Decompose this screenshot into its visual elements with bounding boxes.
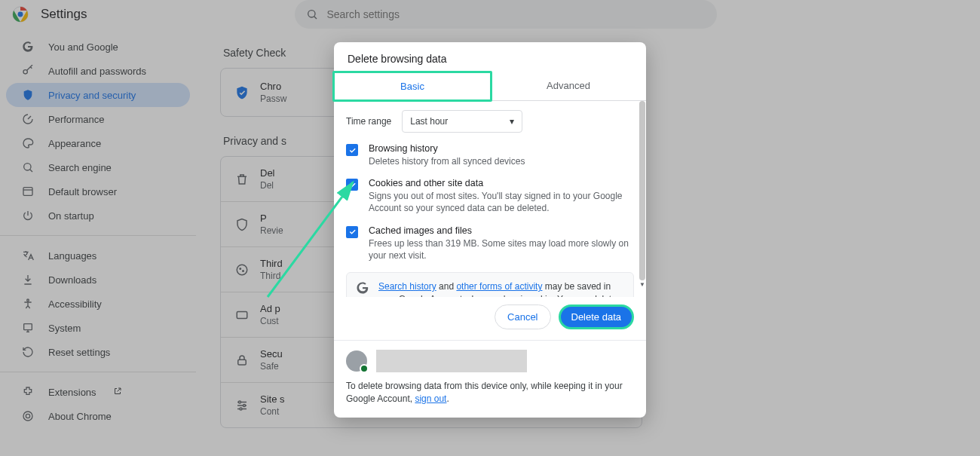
sign-out-link[interactable]: sign out [415,393,446,404]
checkbox-browsing-history[interactable] [346,144,358,156]
checkbox-cookies[interactable] [346,179,358,191]
tab-basic[interactable]: Basic [332,71,492,102]
tab-advanced[interactable]: Advanced [491,72,646,100]
time-range-select[interactable]: Last hour▾ [402,110,522,133]
dialog-title: Delete browsing data [334,42,646,72]
sync-badge-icon [360,364,369,373]
avatar [346,350,367,372]
checkbox-cached[interactable] [346,226,358,238]
redacted-profile-info [376,350,527,372]
modal-overlay: Delete browsing data Basic Advanced ▲▼ T… [0,0,980,456]
other-activity-link[interactable]: other forms of activity [456,281,542,292]
time-range-label: Time range [346,116,391,127]
delete-browsing-data-dialog: Delete browsing data Basic Advanced ▲▼ T… [334,42,646,418]
google-account-info: Search history and other forms of activi… [346,272,634,297]
scrollbar[interactable]: ▲▼ [639,101,645,286]
signout-hint: To delete browsing data from this device… [346,380,634,406]
delete-data-button[interactable]: Delete data [559,305,635,329]
search-history-link[interactable]: Search history [378,281,436,292]
chevron-down-icon: ▾ [510,116,514,127]
cancel-button[interactable]: Cancel [495,305,550,329]
google-icon [356,281,369,295]
